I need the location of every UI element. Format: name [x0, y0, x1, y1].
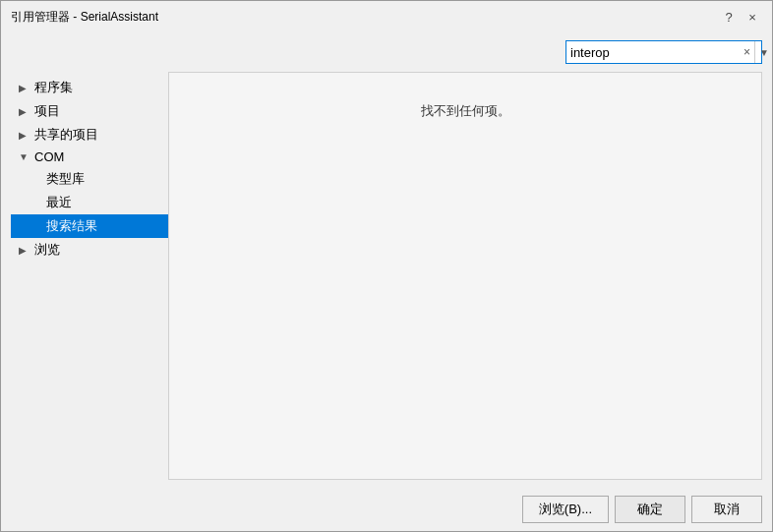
sidebar-item-browse[interactable]: ▶ 浏览: [11, 238, 168, 262]
main-content: ▶ 程序集 ▶ 项目 ▶ 共享的项目 ▼ COM 类型库: [11, 72, 762, 480]
arrow-icon-assemblies: ▶: [19, 83, 30, 93]
title-text: 引用管理器 - SerialAssistant: [11, 9, 158, 26]
help-button[interactable]: ?: [719, 7, 739, 27]
sidebar-item-com[interactable]: ▼ COM: [11, 147, 168, 167]
search-input[interactable]: [566, 41, 740, 63]
sidebar-label-recent: 最近: [46, 194, 72, 211]
sidebar-label-com: COM: [34, 149, 64, 164]
arrow-icon-projects: ▶: [19, 106, 30, 117]
close-button[interactable]: ×: [743, 7, 762, 27]
sidebar: ▶ 程序集 ▶ 项目 ▶ 共享的项目 ▼ COM 类型库: [11, 72, 168, 480]
content-area: 找不到任何项。: [168, 72, 762, 480]
title-buttons: ? ×: [719, 7, 762, 27]
browse-button[interactable]: 浏览(B)...: [522, 496, 609, 523]
arrow-icon-com: ▼: [19, 151, 30, 162]
no-items-text: 找不到任何项。: [421, 102, 510, 120]
sidebar-item-shared[interactable]: ▶ 共享的项目: [11, 123, 168, 147]
sidebar-label-searchresults: 搜索结果: [46, 217, 97, 235]
sidebar-label-projects: 项目: [34, 102, 60, 120]
cancel-button[interactable]: 取消: [691, 496, 762, 523]
arrow-icon-browse: ▶: [19, 245, 30, 256]
arrow-icon-shared: ▶: [19, 130, 30, 141]
sidebar-label-shared: 共享的项目: [34, 126, 98, 144]
search-bar: × ▼: [11, 40, 762, 64]
sidebar-label-typelib: 类型库: [46, 170, 85, 188]
sidebar-label-assemblies: 程序集: [34, 79, 73, 96]
search-clear-button[interactable]: ×: [740, 45, 754, 59]
dialog-body: × ▼ ▶ 程序集 ▶ 项目 ▶ 共享的项目 ▼ CO: [1, 32, 772, 488]
sidebar-item-projects[interactable]: ▶ 项目: [11, 99, 168, 123]
search-dropdown-button[interactable]: ▼: [754, 41, 773, 63]
footer: 浏览(B)... 确定 取消: [1, 488, 772, 531]
title-bar: 引用管理器 - SerialAssistant ? ×: [1, 1, 772, 32]
sidebar-item-recent[interactable]: 最近: [11, 191, 168, 214]
sidebar-item-assemblies[interactable]: ▶ 程序集: [11, 76, 168, 99]
confirm-button[interactable]: 确定: [615, 496, 685, 523]
search-wrapper: × ▼: [565, 40, 762, 64]
sidebar-item-searchresults[interactable]: 搜索结果: [11, 214, 168, 238]
sidebar-item-typelib[interactable]: 类型库: [11, 167, 168, 191]
sidebar-label-browse: 浏览: [34, 241, 60, 259]
